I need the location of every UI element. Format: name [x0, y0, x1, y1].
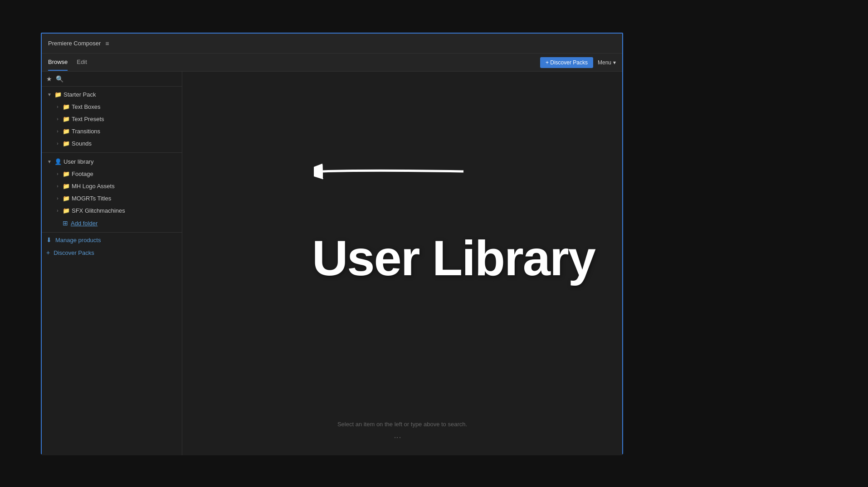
folder-icon: 📁 [63, 195, 70, 202]
transitions-label: Transitions [72, 128, 100, 135]
sfx-glitchmachines-label: SFX Glitchmachines [72, 207, 125, 214]
title-bar: Premiere Composer ≡ [42, 34, 622, 54]
chevron-right-icon: › [54, 104, 61, 110]
status-text: Select an item on the left or type above… [337, 421, 467, 428]
divider [42, 152, 182, 153]
menu-button[interactable]: Menu ▾ [598, 59, 616, 66]
app-title: Premiere Composer [48, 40, 101, 47]
sidebar-item-sfx-glitchmachines[interactable]: › 📁 SFX Glitchmachines [42, 205, 182, 217]
divider-2 [42, 232, 182, 233]
chevron-right-icon: › [54, 141, 61, 147]
text-presets-label: Text Presets [72, 116, 104, 122]
chevron-right-icon: › [54, 183, 61, 190]
discover-packs-item[interactable]: + Discover Packs [42, 246, 182, 259]
chevron-right-icon: › [54, 171, 61, 177]
user-folder-icon: 👤 [54, 158, 62, 165]
nav-tabs: Browse Edit + Discover Packs Menu ▾ [42, 54, 622, 72]
sidebar-item-sounds[interactable]: › 📁 Sounds [42, 137, 182, 150]
folder-icon: 📁 [63, 103, 70, 110]
sidebar-item-mogrts-titles[interactable]: › 📁 MOGRTs Titles [42, 192, 182, 205]
hamburger-icon[interactable]: ≡ [105, 40, 109, 47]
footage-label: Footage [72, 170, 93, 177]
starter-pack-section: ▼ 📁 Starter Pack › 📁 Text Boxes › 📁 Text… [42, 87, 182, 151]
add-folder-item[interactable]: ⊞ Add folder [42, 217, 182, 229]
chevron-right-icon: › [54, 195, 61, 202]
starter-pack-label: Starter Pack [63, 91, 96, 98]
search-icon: 🔍 [56, 75, 63, 83]
folder-icon: 📁 [63, 183, 70, 190]
add-folder-icon: ⊞ [63, 219, 68, 227]
chevron-down-icon: ▼ [46, 92, 53, 98]
chevron-right-icon: › [54, 208, 61, 214]
menu-label: Menu [598, 59, 611, 66]
folder-icon: 📁 [63, 128, 70, 135]
header-actions: + Discover Packs Menu ▾ [540, 57, 616, 68]
tab-list: Browse Edit [48, 54, 87, 71]
manage-products-label: Manage products [55, 237, 101, 244]
content-area: User Library Select an item on the left … [182, 72, 622, 455]
sidebar-item-starter-pack[interactable]: ▼ 📁 Starter Pack [42, 88, 182, 101]
star-icon[interactable]: ★ [46, 75, 52, 83]
user-library-section: ▼ 👤 User library › 📁 Footage › 📁 MH Logo… [42, 154, 182, 231]
sidebar-item-text-boxes[interactable]: › 📁 Text Boxes [42, 101, 182, 113]
folder-icon: 📁 [63, 116, 70, 122]
chevron-right-icon: › [54, 128, 61, 135]
search-input[interactable] [67, 76, 177, 83]
overlay-title: User Library [312, 229, 595, 287]
sidebar: ★ 🔍 ▼ 📁 Starter Pack › 📁 Text Boxes › [42, 72, 182, 455]
folder-icon: 📁 [63, 170, 70, 177]
mh-logo-assets-label: MH Logo Assets [72, 183, 115, 190]
chevron-down-icon: ▾ [613, 59, 616, 66]
download-icon: ⬇ [46, 236, 52, 244]
three-dots-icon[interactable]: ⋮ [393, 434, 401, 441]
manage-products-item[interactable]: ⬇ Manage products [42, 234, 182, 246]
arrow-annotation [314, 153, 468, 191]
folder-icon: 📁 [54, 91, 62, 98]
sidebar-item-text-presets[interactable]: › 📁 Text Presets [42, 113, 182, 125]
tab-edit[interactable]: Edit [77, 54, 87, 71]
sidebar-item-mh-logo-assets[interactable]: › 📁 MH Logo Assets [42, 180, 182, 192]
main-layout: ★ 🔍 ▼ 📁 Starter Pack › 📁 Text Boxes › [42, 72, 622, 455]
sidebar-item-transitions[interactable]: › 📁 Transitions [42, 125, 182, 137]
chevron-down-icon: ▼ [46, 159, 53, 165]
status-area: Select an item on the left or type above… [182, 420, 622, 428]
sidebar-item-user-library[interactable]: ▼ 👤 User library [42, 156, 182, 168]
plus-icon: + [46, 249, 50, 256]
tab-browse[interactable]: Browse [48, 54, 68, 71]
search-bar: ★ 🔍 [42, 72, 182, 87]
chevron-right-icon: › [54, 116, 61, 122]
discover-packs-sidebar-label: Discover Packs [54, 249, 94, 256]
folder-icon: 📁 [63, 140, 70, 147]
mogrts-titles-label: MOGRTs Titles [72, 195, 111, 202]
folder-icon: 📁 [63, 207, 70, 214]
add-folder-label[interactable]: Add folder [71, 220, 98, 227]
main-window: Premiere Composer ≡ Browse Edit + Discov… [41, 33, 623, 454]
content-main: User Library Select an item on the left … [182, 72, 622, 455]
user-library-label: User library [63, 158, 93, 165]
sounds-label: Sounds [72, 140, 92, 147]
sidebar-item-footage[interactable]: › 📁 Footage [42, 168, 182, 180]
discover-packs-button[interactable]: + Discover Packs [540, 57, 593, 68]
text-boxes-label: Text Boxes [72, 103, 101, 110]
